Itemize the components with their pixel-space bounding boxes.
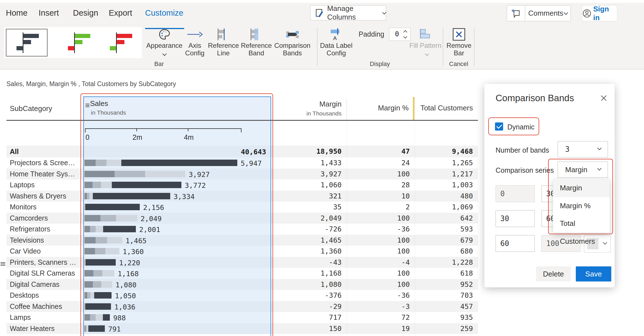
comparison-bands-button[interactable]: Comparison Bands [274, 27, 311, 57]
margin-value: 3,927 [271, 169, 347, 180]
table-row[interactable]: Coffee Machines1,036-29-3457 [6, 301, 478, 312]
sales-bar-cell[interactable]: 2,001 [83, 224, 271, 235]
sales-bar [84, 237, 122, 243]
appearance-button[interactable]: Appearance [145, 27, 184, 57]
sales-bar-cell[interactable]: 1,050 [83, 290, 271, 301]
sales-value: 5,947 [241, 159, 262, 167]
number-of-bands-select[interactable]: 3 [558, 141, 608, 157]
add-comment-icon [511, 8, 521, 18]
customers-value: 1,228 [415, 257, 478, 268]
delete-button[interactable]: Delete [536, 266, 571, 281]
table-row[interactable]: Home Theater Sys…3,9273,9271001,217 [6, 169, 478, 180]
sales-bar-cell[interactable]: 3,927 [83, 169, 271, 180]
row-label: Washers & Dryers [6, 191, 83, 202]
sales-bar-cell[interactable]: 1,080 [83, 279, 271, 290]
sales-bar-cell[interactable]: 1,360 [83, 246, 271, 257]
sales-bar-cell[interactable]: 1,168 [83, 268, 271, 279]
sales-bar-cell[interactable]: 1,465 [83, 235, 271, 246]
sign-in-button[interactable]: Sign in [582, 5, 617, 21]
table-row[interactable]: Desktops1,050-376-36703 [6, 290, 478, 301]
axis-config-button[interactable]: Axis Config [183, 27, 207, 57]
data-label-config-button[interactable]: A Data Label Config [319, 27, 353, 57]
sales-bar [84, 325, 105, 332]
band2-from-input[interactable] [496, 210, 535, 227]
column-separator [415, 121, 415, 336]
sales-bar-cell[interactable]: 5,947 [83, 157, 271, 169]
row-label: Laptops [6, 179, 83, 191]
customers-value: 259 [415, 323, 478, 334]
stepper-down-icon[interactable] [403, 35, 407, 39]
column-header-margin[interactable]: Margin in Thousands [271, 100, 342, 117]
table-row[interactable]: Digital Cameras1,0801,080100952 [6, 279, 478, 290]
table-row[interactable]: Washers & Dryers3,33432110480 [6, 191, 478, 202]
band1-from-input[interactable] [496, 185, 535, 202]
sales-value: 1,168 [118, 270, 139, 278]
tab-customize[interactable]: Customize [145, 8, 183, 18]
margin-value: 1,168 [271, 268, 347, 279]
bar-style-option-green-red[interactable] [61, 29, 95, 56]
bar-style-option-red-green[interactable] [103, 29, 137, 56]
sales-bar-cell[interactable]: 2,156 [83, 202, 271, 213]
column-header-subcategory[interactable]: SubCategory [10, 104, 52, 113]
bar-style-thumbnail [107, 31, 134, 54]
margin-pct-value: 10 [347, 191, 415, 202]
chevron-down-icon [597, 146, 602, 150]
column-header-margin-pct[interactable]: Margin % [347, 104, 409, 112]
tab-insert[interactable]: Insert [39, 8, 59, 18]
table-row[interactable]: Projectors & Scree…5,9471,433241,265 [6, 157, 478, 169]
padding-stepper[interactable]: 0 [389, 28, 411, 41]
sales-bar [84, 193, 170, 199]
margin-pct-total-value: 47 [347, 146, 415, 157]
fill-pattern-button[interactable]: Fill Pattern [409, 27, 442, 57]
row-label: Lamps [6, 312, 83, 323]
padding-label: Padding [359, 30, 384, 38]
column-header-sales[interactable]: Sales in Thousands [83, 96, 271, 120]
table-row[interactable]: Car Video1,3601,360100680 [6, 246, 478, 257]
remove-bar-button[interactable]: Remove Bar [445, 27, 473, 57]
table-row[interactable]: Televisions1,4651,465100679 [6, 235, 478, 246]
sales-bar [84, 292, 112, 299]
table-row[interactable]: Camcorders2,0492,049100642 [6, 213, 478, 224]
column-header-total-customers[interactable]: Total Customers [415, 104, 473, 112]
tab-export[interactable]: Export [109, 8, 132, 18]
close-icon[interactable] [600, 94, 607, 102]
margin-value: 1,360 [271, 246, 347, 257]
sales-bar-cell[interactable]: 3,334 [83, 191, 271, 202]
row-drag-handle-icon[interactable] [1, 262, 5, 266]
stepper-up-icon[interactable] [403, 30, 407, 34]
sales-bar [84, 171, 185, 177]
manage-columns-button[interactable]: Manage Columns [310, 5, 386, 20]
table-row[interactable]: Printers, Scanners …1,220-43-41,228 [6, 257, 478, 268]
margin-pct-value: 24 [347, 157, 415, 169]
tab-design[interactable]: Design [73, 8, 98, 18]
sales-bar-cell[interactable]: 2,049 [83, 213, 271, 224]
table-row[interactable]: Monitors2,1563521,069 [6, 202, 478, 213]
svg-text:A: A [333, 35, 337, 41]
axis-tick-label: 0 [86, 133, 89, 141]
chevron-down-icon [564, 11, 568, 15]
comments-dropdown-button[interactable]: Comments [525, 9, 570, 18]
sales-bar-cell[interactable]: 1,220 [83, 257, 271, 268]
column-menu-icon[interactable] [86, 104, 89, 107]
table-row[interactable]: Water Heaters79115019259 [6, 323, 478, 334]
reference-line-button[interactable]: Reference Line [208, 27, 239, 57]
bar-style-option-neutral[interactable] [6, 29, 48, 56]
total-row[interactable]: All 40,643 18,950 47 9,468 [6, 146, 478, 157]
sales-bar-cell[interactable]: 1,036 [83, 301, 271, 312]
sales-bar-cell[interactable]: 791 [83, 323, 271, 334]
sales-bar-cell[interactable]: 988 [83, 312, 271, 323]
row-label: Home Theater Sys… [6, 169, 83, 180]
save-button[interactable]: Save [576, 266, 611, 281]
reference-band-button[interactable]: Reference Band [240, 27, 272, 57]
table-row[interactable]: Refrigerators2,001-726-36593 [6, 224, 478, 235]
customers-value: 679 [415, 235, 478, 246]
table-row[interactable]: Digital SLR Cameras1,1681,168100618 [6, 268, 478, 279]
sales-value: 2,049 [141, 215, 162, 223]
band3-from-input[interactable] [496, 235, 535, 252]
add-comment-button[interactable] [507, 6, 525, 21]
tab-home[interactable]: Home [6, 8, 27, 18]
sales-bar-cell[interactable]: 3,772 [83, 179, 271, 191]
margin-pct-value: 28 [347, 179, 415, 191]
table-row[interactable]: Laptops3,7721,060281,003 [6, 179, 478, 191]
table-row[interactable]: Lamps98871772935 [6, 312, 478, 323]
